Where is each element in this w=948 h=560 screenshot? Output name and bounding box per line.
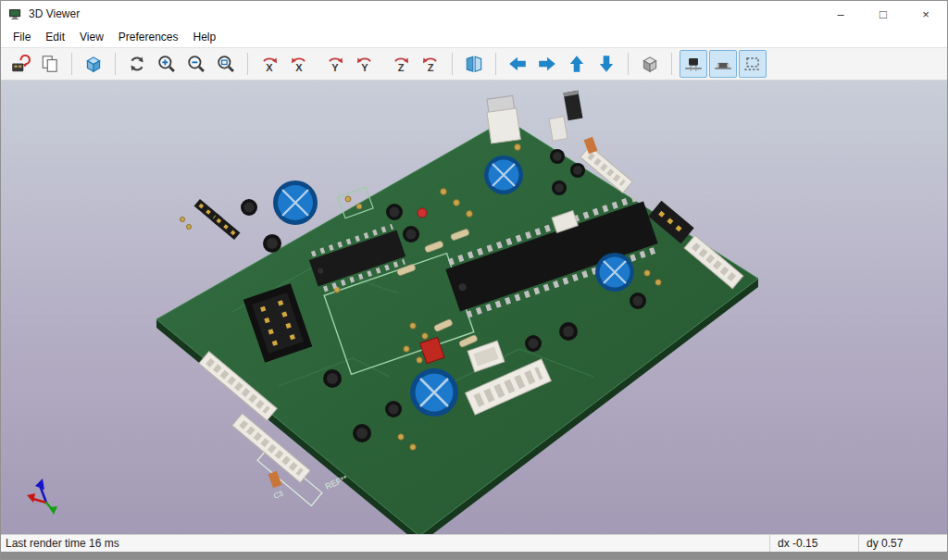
maximize-button[interactable]: □ xyxy=(862,1,904,27)
top-white-component xyxy=(549,117,568,141)
window-title: 3D Viewer xyxy=(29,7,80,20)
redraw-button[interactable] xyxy=(123,50,151,78)
app-icon xyxy=(8,7,22,21)
flip-board-button[interactable] xyxy=(460,50,488,78)
rotate-x-counterclockwise-icon: X xyxy=(289,54,309,74)
blue-capacitor xyxy=(410,368,458,417)
raytracing-cube-icon xyxy=(83,54,104,74)
move-up-button[interactable] xyxy=(563,50,591,78)
rotate-z-counterclockwise-icon: Z xyxy=(420,54,441,74)
toggle-through-hole-models-button[interactable] xyxy=(680,50,707,78)
move-down-icon xyxy=(596,54,617,74)
toggle-virtual-models-icon xyxy=(742,54,763,74)
window-bottom-edge xyxy=(1,552,947,559)
rotate-x-clockwise-icon: X xyxy=(259,54,280,74)
move-right-button[interactable] xyxy=(533,50,561,78)
rotate-y-clockwise-icon: Y xyxy=(325,54,345,74)
blue-capacitor xyxy=(273,180,318,225)
zoom-in-button[interactable] xyxy=(153,50,181,78)
move-down-button[interactable] xyxy=(592,50,620,78)
red-led xyxy=(418,208,427,218)
zoom-out-icon xyxy=(186,54,206,74)
toolbar-separator xyxy=(671,53,672,75)
toggle-smd-models-button[interactable] xyxy=(709,50,737,78)
raytracing-toggle-button[interactable] xyxy=(80,50,107,78)
orthographic-projection-icon xyxy=(640,54,660,74)
toolbar-separator xyxy=(495,53,496,75)
toggle-through-hole-models-icon xyxy=(683,54,704,74)
move-left-icon xyxy=(507,54,528,74)
svg-text:X: X xyxy=(295,62,303,73)
title-bar: 3D Viewer – □ × xyxy=(1,1,947,27)
svg-text:X: X xyxy=(266,62,273,73)
minimize-button[interactable]: – xyxy=(819,1,862,27)
status-bar: Last render time 16 ms dx -0.15 dy 0.57 xyxy=(1,534,947,552)
zoom-out-button[interactable] xyxy=(182,50,210,78)
rotate-x-clockwise-button[interactable]: X xyxy=(256,50,283,78)
render-time-status: Last render time 16 ms xyxy=(1,535,769,552)
menu-file[interactable]: File xyxy=(6,28,38,46)
orthographic-projection-button[interactable] xyxy=(636,50,664,78)
menu-help[interactable]: Help xyxy=(186,28,224,46)
svg-text:Z: Z xyxy=(398,62,405,73)
toggle-virtual-models-button[interactable] xyxy=(739,50,767,78)
toolbar-separator xyxy=(247,53,248,75)
toolbar-separator xyxy=(115,53,116,75)
svg-text:Z: Z xyxy=(428,62,434,73)
toggle-smd-models-icon xyxy=(713,54,733,74)
3d-viewer-window: 3D Viewer – □ × File Edit View Preferenc… xyxy=(0,0,948,560)
svg-text:Y: Y xyxy=(331,62,339,73)
dy-status: dy 0.57 xyxy=(858,535,947,552)
rotate-z-counterclockwise-button[interactable]: Z xyxy=(417,50,444,78)
menu-view[interactable]: View xyxy=(72,28,111,46)
copy-image-button[interactable] xyxy=(36,50,64,78)
rotate-x-counterclockwise-button[interactable]: X xyxy=(285,50,313,78)
zoom-to-fit-icon xyxy=(216,54,236,74)
rotate-y-counterclockwise-button[interactable]: Y xyxy=(351,50,379,78)
reload-board-button[interactable] xyxy=(6,50,34,78)
toolbar-separator xyxy=(452,53,453,75)
toolbar-separator xyxy=(71,53,72,75)
zoom-in-icon xyxy=(156,54,177,74)
blue-capacitor xyxy=(595,253,634,292)
menu-bar: File Edit View Preferences Help xyxy=(1,27,947,47)
menu-preferences[interactable]: Preferences xyxy=(111,28,186,46)
dx-status: dx -0.15 xyxy=(769,535,858,552)
zoom-to-fit-button[interactable] xyxy=(212,50,240,78)
move-left-button[interactable] xyxy=(504,50,531,78)
toolbar: X X Y Y xyxy=(1,47,947,81)
move-right-icon xyxy=(537,54,557,74)
svg-text:Y: Y xyxy=(361,62,368,73)
move-up-icon xyxy=(567,54,587,74)
3d-viewport[interactable]: REF** C3 xyxy=(1,81,947,534)
menu-edit[interactable]: Edit xyxy=(38,28,72,46)
window-controls: – □ × xyxy=(819,1,947,27)
copy-image-icon xyxy=(40,54,60,74)
redraw-icon xyxy=(127,54,147,74)
pcb-3d-scene: REF** C3 xyxy=(1,81,947,534)
flip-board-icon xyxy=(464,54,484,74)
rotate-y-clockwise-button[interactable]: Y xyxy=(321,50,349,78)
rotate-y-counterclockwise-icon: Y xyxy=(355,54,375,74)
rotate-z-clockwise-icon: Z xyxy=(391,54,411,74)
toolbar-separator xyxy=(628,53,629,75)
rotate-z-clockwise-button[interactable]: Z xyxy=(387,50,415,78)
close-button[interactable]: × xyxy=(904,1,947,27)
blue-capacitor xyxy=(484,156,523,194)
reload-board-icon xyxy=(10,54,31,74)
